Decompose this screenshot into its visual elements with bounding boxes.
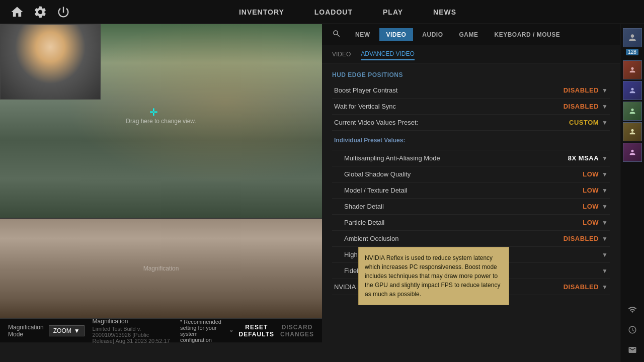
game-preview-bottom[interactable]: Magnification bbox=[0, 218, 322, 318]
setting-label-vsync: Wait for Vertical Sync bbox=[334, 103, 396, 110]
tab-game[interactable]: GAME bbox=[452, 28, 486, 41]
version-text: Limited Test Build v. 2000109/13926 [Pub… bbox=[93, 326, 172, 344]
magnification-mode-select[interactable]: ZOOM ▼ bbox=[49, 325, 85, 336]
home-icon[interactable] bbox=[10, 5, 24, 19]
setting-texture-detail: Model / Texture Detail LOW ▼ bbox=[332, 183, 610, 199]
tab-video[interactable]: VIDEO bbox=[379, 28, 414, 41]
preset-values-label: Individual Preset Values: bbox=[334, 137, 405, 144]
bottom-bar: Magnification Mode ZOOM ▼ Magnification … bbox=[0, 318, 322, 342]
setting-value-text-boost-contrast: DISABLED bbox=[564, 86, 599, 94]
chevron-fidelityfx: ▼ bbox=[602, 267, 608, 275]
chevron-shader: ▼ bbox=[602, 203, 608, 210]
setting-value-text-particle: LOW bbox=[583, 219, 599, 226]
chevron-msaa: ▼ bbox=[602, 155, 608, 162]
setting-shader-detail: Shader Detail LOW ▼ bbox=[332, 199, 610, 215]
setting-value-msaa[interactable]: 8X MSAA ▼ bbox=[568, 154, 608, 162]
subtab-video[interactable]: VIDEO bbox=[332, 49, 351, 60]
tab-keyboard-mouse[interactable]: KEYBOARD / MOUSE bbox=[488, 28, 568, 41]
section-header-hud: HUD EDGE POSITIONS bbox=[332, 71, 610, 78]
nav-loadout[interactable]: LOADOUT bbox=[314, 8, 353, 16]
setting-value-vsync[interactable]: DISABLED ▼ bbox=[564, 103, 608, 110]
crosshair: ✛ bbox=[149, 106, 159, 116]
magnification-label: Magnification bbox=[93, 318, 172, 325]
chevron-boost-contrast: ▼ bbox=[602, 87, 608, 94]
setting-particle-detail: Particle Detail LOW ▼ bbox=[332, 215, 610, 231]
setting-value-text-shader: LOW bbox=[583, 203, 599, 210]
setting-value-nvidia-reflex[interactable]: DISABLED ▼ bbox=[564, 283, 608, 291]
chevron-hdr: ▼ bbox=[602, 251, 608, 258]
sidebar-avatar-4[interactable] bbox=[623, 122, 642, 141]
chevron-shadow: ▼ bbox=[602, 171, 608, 178]
sidebar-avatar-2[interactable] bbox=[623, 81, 642, 100]
setting-value-texture[interactable]: LOW ▼ bbox=[583, 187, 608, 194]
chevron-preset: ▼ bbox=[602, 119, 608, 126]
settings-tabs: NEW VIDEO AUDIO GAME KEYBOARD / MOUSE bbox=[322, 24, 620, 45]
setting-label-texture: Model / Texture Detail bbox=[344, 187, 408, 194]
setting-label-ambient: Ambient Occlusion bbox=[344, 235, 398, 242]
tab-new[interactable]: NEW bbox=[348, 28, 377, 41]
magnification-mode-label: Magnification Mode bbox=[8, 324, 44, 338]
power-icon[interactable] bbox=[56, 5, 70, 19]
setting-label-msaa: Multisampling Anti-Aliasing Mode bbox=[344, 154, 440, 162]
sidebar-avatar-1[interactable] bbox=[623, 60, 642, 79]
setting-value-shader[interactable]: LOW ▼ bbox=[583, 203, 608, 210]
webcam-person bbox=[1, 25, 100, 99]
user-avatar-top[interactable] bbox=[623, 28, 642, 47]
setting-video-preset: Current Video Values Preset: CUSTOM ▼ bbox=[332, 115, 610, 131]
setting-value-video-preset[interactable]: CUSTOM ▼ bbox=[569, 119, 608, 126]
magnified-label: Magnification bbox=[143, 265, 179, 272]
sidebar-avatar-5[interactable] bbox=[623, 143, 642, 162]
settings-icon[interactable] bbox=[33, 5, 47, 19]
nav-play[interactable]: PLAY bbox=[383, 8, 403, 16]
reset-icon bbox=[230, 326, 233, 335]
setting-value-hdr[interactable]: ▼ bbox=[599, 251, 608, 258]
bottom-actions: * Recommended setting for your system co… bbox=[180, 319, 314, 343]
sidebar-bottom-icons bbox=[624, 302, 640, 362]
reset-defaults-button[interactable]: RESET DEFAULTS bbox=[239, 324, 274, 338]
setting-individual-preset-header: Individual Preset Values: bbox=[332, 131, 610, 150]
tab-audio[interactable]: AUDIO bbox=[415, 28, 450, 41]
setting-value-text-preset: CUSTOM bbox=[569, 119, 599, 126]
setting-wait-vsync: Wait for Vertical Sync DISABLED ▼ bbox=[332, 99, 610, 115]
nvidia-reflex-tooltip: NVIDIA Reflex is used to reduce system l… bbox=[358, 247, 509, 305]
sidebar-right: 128 bbox=[620, 24, 644, 362]
clock-icon[interactable] bbox=[624, 322, 640, 338]
subtab-advanced-video[interactable]: ADVANCED VIDEO bbox=[361, 48, 414, 60]
setting-value-shadow[interactable]: LOW ▼ bbox=[583, 170, 608, 178]
game-preview-top[interactable]: Drag here to change view. ✛ bbox=[0, 24, 322, 218]
chevron-ambient: ▼ bbox=[602, 235, 608, 242]
setting-value-boost-contrast[interactable]: DISABLED ▼ bbox=[564, 86, 608, 94]
setting-ambient-occlusion: Ambient Occlusion DISABLED ▼ bbox=[332, 231, 610, 247]
search-icon[interactable] bbox=[332, 29, 341, 40]
sub-tabs: VIDEO ADVANCED VIDEO bbox=[322, 45, 620, 63]
setting-value-particle[interactable]: LOW ▼ bbox=[583, 219, 608, 226]
setting-label-boost-contrast: Boost Player Contrast bbox=[334, 86, 397, 94]
setting-value-fidelityfx[interactable]: ▼ bbox=[599, 267, 608, 275]
magnification-mode-value: ZOOM bbox=[53, 327, 71, 334]
setting-boost-player-contrast: Boost Player Contrast DISABLED ▼ bbox=[332, 82, 610, 99]
setting-value-text-shadow: LOW bbox=[583, 170, 599, 178]
right-panel: NEW VIDEO AUDIO GAME KEYBOARD / MOUSE VI… bbox=[322, 24, 620, 362]
nav-news[interactable]: NEWS bbox=[433, 8, 456, 16]
nav-inventory[interactable]: INVENTORY bbox=[239, 8, 284, 16]
setting-label-shadow: Global Shadow Quality bbox=[344, 170, 411, 178]
setting-msaa: Multisampling Anti-Aliasing Mode 8X MSAA… bbox=[332, 150, 610, 166]
setting-label-particle: Particle Detail bbox=[344, 219, 384, 226]
webcam-overlay bbox=[0, 24, 101, 100]
mail-icon[interactable] bbox=[624, 342, 640, 358]
chevron-particle: ▼ bbox=[602, 219, 608, 226]
magnification-chevron-icon: ▼ bbox=[74, 327, 80, 334]
setting-hdr: High Dynamic Range ▼ NVIDIA Reflex is us… bbox=[332, 247, 610, 263]
nav-icons bbox=[10, 5, 70, 19]
setting-label-shader: Shader Detail bbox=[344, 203, 384, 210]
chevron-nvidia-reflex: ▼ bbox=[602, 284, 608, 291]
content-wrapper: Drag here to change view. ✛ Magnificatio… bbox=[0, 24, 644, 362]
left-area: Drag here to change view. ✛ Magnificatio… bbox=[0, 24, 322, 362]
setting-value-text-texture: LOW bbox=[583, 187, 599, 194]
wifi-icon[interactable] bbox=[624, 302, 640, 318]
discard-changes-button[interactable]: DISCARD CHANGES bbox=[280, 324, 314, 338]
setting-value-text-ambient: DISABLED bbox=[564, 235, 599, 242]
setting-value-ambient[interactable]: DISABLED ▼ bbox=[564, 235, 608, 242]
sidebar-avatar-3[interactable] bbox=[623, 102, 642, 121]
chevron-texture: ▼ bbox=[602, 187, 608, 194]
